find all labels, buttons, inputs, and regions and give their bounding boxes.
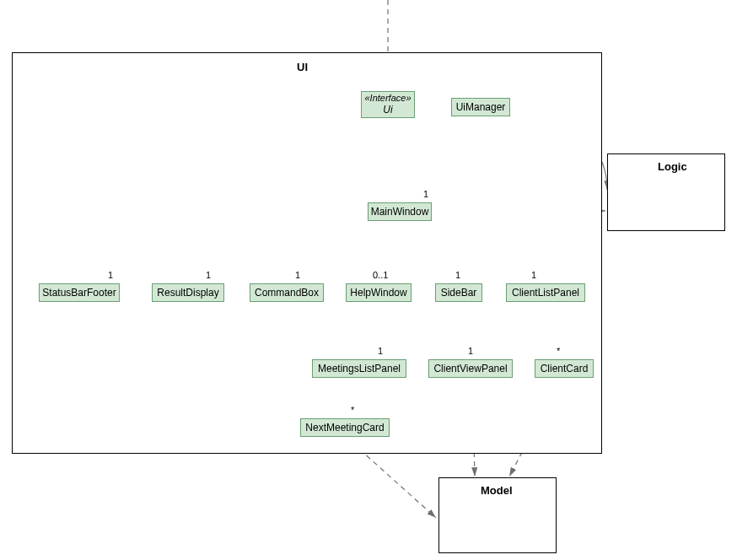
node-nextmeetingcard: NextMeetingCard: [300, 418, 390, 437]
mult-clientlistpanel: 1: [531, 270, 536, 280]
node-ui-interface: «Interface» Ui: [361, 91, 415, 118]
clientviewpanel-name: ClientViewPanel: [433, 363, 507, 374]
mult-helpwindow: 0..1: [373, 270, 388, 280]
clientcard-name: ClientCard: [541, 363, 589, 374]
meetingslistpanel-name: MeetingsListPanel: [318, 363, 401, 374]
node-clientcard: ClientCard: [535, 359, 594, 378]
sidebar-name: SideBar: [441, 287, 477, 299]
node-commandbox: CommandBox: [250, 283, 324, 302]
uimanager-name: UiManager: [456, 101, 506, 113]
mult-statusbarfooter: 1: [108, 270, 113, 280]
mult-commandbox: 1: [295, 270, 300, 280]
ui-interface-stereo: «Interface»: [364, 93, 411, 104]
mult-mainwindow: 1: [423, 189, 428, 199]
node-uimanager: UiManager: [451, 98, 510, 116]
node-clientviewpanel: ClientViewPanel: [428, 359, 513, 378]
package-ui-label: UI: [297, 61, 308, 73]
node-statusbarfooter: StatusBarFooter: [39, 283, 120, 302]
node-clientlistpanel: ClientListPanel: [506, 283, 585, 302]
mult-clientviewpanel: 1: [468, 346, 473, 356]
package-model-label: Model: [481, 484, 513, 497]
clientlistpanel-name: ClientListPanel: [512, 287, 579, 299]
mult-nextmeetingcard: *: [351, 405, 354, 415]
ui-interface-name: Ui: [383, 104, 392, 116]
mult-resultdisplay: 1: [206, 270, 211, 280]
commandbox-name: CommandBox: [255, 287, 319, 299]
node-meetingslistpanel: MeetingsListPanel: [312, 359, 406, 378]
resultdisplay-name: ResultDisplay: [157, 287, 218, 299]
package-ui: [12, 52, 602, 454]
mult-clientcard: *: [557, 346, 560, 356]
node-helpwindow: HelpWindow: [346, 283, 412, 302]
mainwindow-name: MainWindow: [371, 206, 429, 218]
mult-sidebar: 1: [455, 270, 460, 280]
nextmeetingcard-name: NextMeetingCard: [305, 422, 384, 433]
node-resultdisplay: ResultDisplay: [152, 283, 224, 302]
package-logic-label: Logic: [658, 160, 687, 173]
node-mainwindow: MainWindow: [368, 202, 432, 221]
node-sidebar: SideBar: [435, 283, 482, 302]
statusbarfooter-name: StatusBarFooter: [42, 287, 116, 299]
mult-meetingslistpanel: 1: [378, 346, 383, 356]
helpwindow-name: HelpWindow: [350, 287, 406, 299]
